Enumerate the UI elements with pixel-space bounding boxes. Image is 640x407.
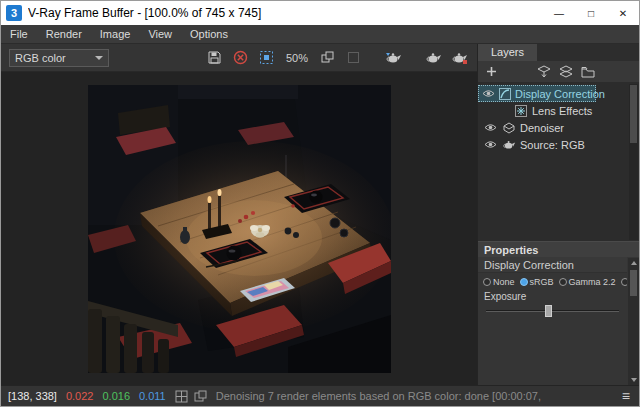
layer-down-arrow-icon: [537, 65, 551, 78]
visibility-eye-icon[interactable]: [482, 140, 498, 149]
layer-label: Display Correction: [515, 88, 605, 100]
pixel-value-red: 0.022: [66, 390, 94, 402]
radio-label: sRGB: [530, 277, 554, 287]
chevron-down-icon: [95, 56, 103, 60]
region-render-button[interactable]: [257, 48, 277, 68]
compare-icon: [346, 50, 361, 65]
render-button[interactable]: [423, 48, 443, 68]
visibility-eye-icon[interactable]: [482, 123, 498, 132]
pixel-probe-icon[interactable]: [175, 390, 188, 403]
duplicate-to-history-button[interactable]: [317, 48, 337, 68]
zoom-level-button[interactable]: 50%: [283, 48, 311, 68]
layer-row-lens-effects[interactable]: Lens Effects: [478, 102, 639, 119]
titlebar: 3 V-Ray Frame Buffer - [100.0% of 745 x …: [1, 1, 639, 25]
channel-select-value: RGB color: [15, 52, 91, 64]
menu-image[interactable]: Image: [91, 25, 140, 43]
merge-layers-button[interactable]: [535, 63, 552, 80]
color-sample-icon[interactable]: [194, 390, 207, 403]
save-image-button[interactable]: [205, 48, 225, 68]
clear-image-button[interactable]: [231, 48, 251, 68]
exposure-slider[interactable]: [486, 303, 619, 319]
render-viewport[interactable]: [1, 72, 477, 385]
interactive-render-button[interactable]: [449, 48, 469, 68]
render-image[interactable]: [88, 85, 391, 373]
pixel-coords: [138, 338]: [8, 390, 57, 402]
scroll-down-icon[interactable]: [631, 378, 637, 382]
toolbar: RGB color: [1, 44, 477, 72]
scrollbar-thumb[interactable]: [630, 270, 637, 296]
interactive-render-teapot-icon: [451, 51, 468, 64]
maximize-button[interactable]: □: [575, 1, 607, 25]
render-scene: [88, 85, 391, 373]
radio-none[interactable]: None: [483, 277, 515, 287]
region-render-icon: [259, 50, 274, 65]
menubar: File Render Image View Options: [1, 25, 639, 44]
statusbar: [138, 338] 0.022 0.016 0.011 Denoising 7…: [1, 385, 639, 406]
pixel-value-blue: 0.011: [139, 390, 166, 402]
color-space-options: None sRGB Gamma 2.2 OCI: [478, 273, 627, 290]
properties-scrollbar[interactable]: [628, 258, 639, 385]
slider-handle[interactable]: [545, 305, 552, 317]
window-controls: — □ ✕: [543, 1, 639, 25]
tree-scrollbar[interactable]: [629, 84, 638, 240]
radio-gamma-22[interactable]: Gamma 2.2: [559, 277, 616, 287]
layer-row-source-rgb[interactable]: Source: RGB: [478, 136, 639, 153]
properties-body: Display Correction None sRGB Gamma 2.2 O…: [478, 257, 639, 385]
radio-circle: [559, 278, 567, 286]
layers-stack-icon: [559, 65, 573, 78]
radio-ocio[interactable]: OCI: [621, 277, 627, 287]
menu-view[interactable]: View: [139, 25, 181, 43]
exposure-label: Exposure: [478, 290, 627, 303]
section-title: Display Correction: [478, 257, 627, 273]
layers-toolbar: [478, 61, 639, 83]
radio-srgb[interactable]: sRGB: [520, 277, 554, 287]
vray-logo-icon: 3: [6, 5, 22, 21]
side-panel: Layers: [477, 44, 639, 385]
render-last-teapot-icon: [385, 51, 402, 64]
denoiser-icon: [502, 122, 516, 134]
minimize-button[interactable]: —: [543, 1, 575, 25]
properties-header: Properties: [478, 241, 639, 257]
layer-label: Denoiser: [520, 122, 564, 134]
duplicate-layer-button[interactable]: [557, 63, 574, 80]
add-layer-button[interactable]: [483, 63, 500, 80]
properties-panel: Properties Display Correction None sRGB …: [478, 241, 639, 385]
new-folder-button[interactable]: [579, 63, 596, 80]
render-teapot-icon: [425, 51, 442, 64]
menu-render[interactable]: Render: [37, 25, 91, 43]
lens-effects-icon: [514, 105, 528, 117]
toolbar-icons: 50%: [205, 48, 469, 68]
layers-tree: Display Correction Lens Effects Denoise: [478, 83, 639, 241]
folder-icon: [581, 66, 595, 78]
status-message: Denoising 7 render elements based on RGB…: [216, 390, 613, 402]
close-button[interactable]: ✕: [607, 1, 639, 25]
vray-frame-buffer-window: 3 V-Ray Frame Buffer - [100.0% of 745 x …: [0, 0, 640, 407]
duplicate-icon: [320, 50, 335, 65]
panel-tabs: Layers: [478, 44, 639, 61]
radio-label: None: [493, 277, 515, 287]
plus-icon: [486, 66, 497, 77]
menu-file[interactable]: File: [1, 25, 37, 43]
compare-button[interactable]: [343, 48, 363, 68]
window-title: V-Ray Frame Buffer - [100.0% of 745 x 74…: [28, 6, 537, 20]
layer-row-denoiser[interactable]: Denoiser: [478, 119, 639, 136]
visibility-eye-icon[interactable]: [482, 89, 495, 98]
scroll-up-icon[interactable]: [631, 261, 637, 265]
radio-label: Gamma 2.2: [569, 277, 616, 287]
channel-select-dropdown[interactable]: RGB color: [9, 49, 109, 67]
hamburger-menu-icon[interactable]: ≡: [622, 388, 632, 404]
radio-circle: [483, 278, 491, 286]
layer-label: Source: RGB: [520, 139, 585, 151]
tab-layers[interactable]: Layers: [478, 44, 537, 61]
radio-circle: [520, 278, 528, 286]
save-icon: [207, 50, 222, 65]
teapot-icon: [502, 139, 516, 150]
radio-circle: [621, 278, 627, 286]
render-last-button[interactable]: [383, 48, 403, 68]
layer-row-display-correction[interactable]: Display Correction: [478, 85, 596, 102]
menu-options[interactable]: Options: [181, 25, 237, 43]
layer-label: Lens Effects: [532, 105, 592, 117]
slider-track: [486, 310, 619, 312]
statusbar-icons: [175, 390, 207, 403]
clear-icon: [233, 50, 248, 65]
